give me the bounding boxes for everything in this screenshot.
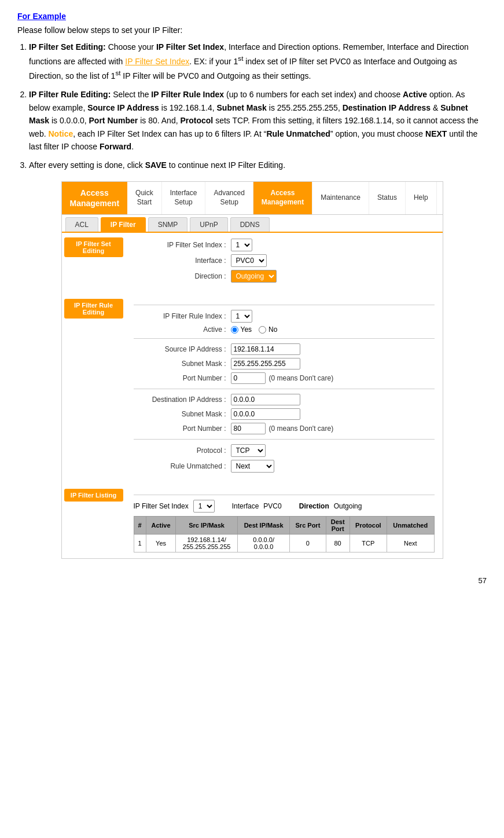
src-port-input[interactable]	[231, 372, 266, 384]
active-label: Active :	[134, 325, 226, 334]
col-dest-port: DestPort	[326, 517, 350, 535]
row-unmatched: Next	[387, 535, 434, 552]
step2-bold11: Forward	[100, 142, 131, 151]
protocol-select[interactable]: TCPUDPICMP	[231, 444, 266, 457]
step2-bold7: Port Number	[89, 116, 138, 125]
src-mask-label: Subnet Mask :	[134, 360, 226, 368]
set-index-row: IP Filter Set Index : 123	[134, 239, 435, 251]
nav-interface-setup[interactable]: InterfaceSetup	[162, 182, 206, 214]
interface-select[interactable]: PVC0PVC1	[231, 254, 267, 267]
rule-index-select[interactable]: 12	[231, 310, 252, 323]
step2-bold9: Rule Unmatched	[266, 129, 330, 138]
dest-ip-label: Destination IP Address :	[134, 396, 226, 404]
tab-ddns[interactable]: DDNS	[230, 217, 270, 232]
col-src-port: Src Port	[290, 517, 326, 535]
nav-items: QuickStart InterfaceSetup AdvancedSetup …	[127, 182, 442, 214]
dest-ip-row: Destination IP Address :	[134, 394, 435, 405]
col-active: Active	[146, 517, 175, 535]
step2-bold10: NEXT	[425, 129, 447, 138]
step2-notice: Notice	[48, 129, 73, 138]
step2-bold5: Destination IP Address	[343, 103, 431, 112]
dest-port-input[interactable]	[231, 423, 266, 434]
listing-content: IP Filter Set Index 12 Interface PVC0 Di…	[126, 484, 443, 558]
tab-snmp[interactable]: SNMP	[148, 217, 188, 232]
listing-section: IP Filter Listing IP Filter Set Index 12…	[62, 484, 443, 558]
tab-acl[interactable]: ACL	[65, 217, 98, 232]
dest-port-label: Port Number :	[134, 425, 226, 433]
active-yes-text: Yes	[241, 325, 252, 334]
row-src-port: 0	[290, 535, 326, 552]
listing-table-header: # Active Src IP/Mask Dest IP/Mask Src Po…	[134, 517, 434, 535]
listing-direction-info: Direction Outgoing	[299, 500, 362, 513]
router-sidebar: IP Filter Set Editing	[62, 233, 126, 294]
nav-status[interactable]: Status	[369, 182, 406, 214]
step1-link: IP Filter Set Index	[125, 57, 189, 66]
interface-row: Interface : PVC0PVC1	[134, 254, 435, 267]
listing-table: # Active Src IP/Mask Dest IP/Mask Src Po…	[134, 516, 435, 552]
listing-direction-label: Direction	[299, 502, 329, 510]
router-brand: AccessManagement	[62, 182, 128, 214]
router-sidebar-listing: IP Filter Listing	[62, 484, 126, 558]
src-mask-row: Subnet Mask :	[134, 358, 435, 369]
col-protocol: Protocol	[350, 517, 387, 535]
dest-mask-input[interactable]	[231, 408, 300, 420]
nav-maintenance[interactable]: Maintenance	[312, 182, 369, 214]
interface-label: Interface :	[134, 257, 226, 265]
listing-index-select[interactable]: 12	[193, 500, 215, 513]
step2-bold3: Source IP Address	[87, 103, 159, 112]
rule-unmatched-select[interactable]: NextForwardDrop	[231, 460, 274, 473]
rule-editing-form: IP Filter Rule Index : 12 Active : Yes	[134, 310, 435, 473]
nav-access-management[interactable]: AccessManagement	[253, 182, 312, 214]
nav-advanced-setup[interactable]: AdvancedSetup	[205, 182, 253, 214]
protocol-row: Protocol : TCPUDPICMP	[134, 444, 435, 457]
active-row: Active : Yes No	[134, 325, 435, 334]
src-ip-input[interactable]	[231, 343, 300, 355]
row-active: Yes	[146, 535, 175, 552]
set-editing-form: IP Filter Set Index : 123 Interface : PV…	[134, 239, 435, 283]
router-ui: AccessManagement QuickStart InterfaceSet…	[61, 181, 443, 559]
active-no-label[interactable]: No	[259, 325, 277, 334]
listing-interface-label: Interface	[232, 502, 259, 510]
active-radio-group: Yes No	[231, 325, 278, 334]
step-2: IP Filter Rule Editing: Select the IP Fi…	[29, 88, 487, 153]
steps-list: IP Filter Set Editing: Choose your IP Fi…	[29, 41, 487, 172]
router-body: IP Filter Set Editing IP Filter Set Inde…	[62, 233, 443, 294]
set-index-select[interactable]: 123	[231, 239, 252, 251]
src-mask-input[interactable]	[231, 358, 300, 369]
step2-bold8: Protocol	[180, 116, 213, 125]
step3-bold1: SAVE	[145, 160, 167, 170]
dest-port-note: (0 means Don't care)	[269, 425, 334, 433]
protocol-label: Protocol :	[134, 447, 226, 455]
nav-quick-start[interactable]: QuickStart	[127, 182, 162, 214]
step2-bold4: Subnet Mask	[217, 103, 267, 112]
listing-interface-value: PVC0	[263, 502, 281, 510]
row-dest-port: 80	[326, 535, 350, 552]
top-nav: AccessManagement QuickStart InterfaceSet…	[62, 182, 443, 215]
nav-help[interactable]: Help	[406, 182, 437, 214]
rule-editing-content: IP Filter Rule Index : 12 Active : Yes	[126, 294, 443, 484]
active-no-radio[interactable]	[259, 326, 266, 334]
col-num: #	[134, 517, 146, 535]
sidebar-rule-editing: IP Filter Rule Editing	[64, 299, 123, 319]
dest-mask-row: Subnet Mask :	[134, 408, 435, 420]
set-editing-content: IP Filter Set Index : 123 Interface : PV…	[126, 233, 443, 294]
direction-select[interactable]: OutgoingIncoming	[231, 270, 277, 283]
row-src-ip: 192.168.1.14/255.255.255.255	[176, 535, 238, 552]
active-yes-radio[interactable]	[231, 326, 238, 334]
page-number: 57	[17, 576, 487, 585]
rule-editing-section: IP Filter Rule Editing IP Filter Rule In…	[62, 294, 443, 484]
active-yes-label[interactable]: Yes	[231, 325, 252, 334]
table-row: 1 Yes 192.168.1.14/255.255.255.255 0.0.0…	[134, 535, 434, 552]
set-index-label: IP Filter Set Index :	[134, 241, 226, 249]
tab-ip-filter[interactable]: IP Filter	[101, 217, 146, 232]
rule-index-label: IP Filter Rule Index :	[134, 312, 226, 320]
tab-upnp[interactable]: UPnP	[190, 217, 227, 232]
dest-ip-input[interactable]	[231, 394, 300, 405]
intro-text: Please follow below steps to set your IP…	[17, 25, 487, 35]
step-3: After every setting is done, click SAVE …	[29, 159, 487, 171]
step2-label: IP Filter Rule Editing:	[29, 90, 111, 99]
listing-index-info: IP Filter Set Index 12	[134, 500, 215, 513]
col-src-ip: Src IP/Mask	[176, 517, 238, 535]
sub-nav: ACL IP Filter SNMP UPnP DDNS	[62, 215, 443, 233]
row-protocol: TCP	[350, 535, 387, 552]
